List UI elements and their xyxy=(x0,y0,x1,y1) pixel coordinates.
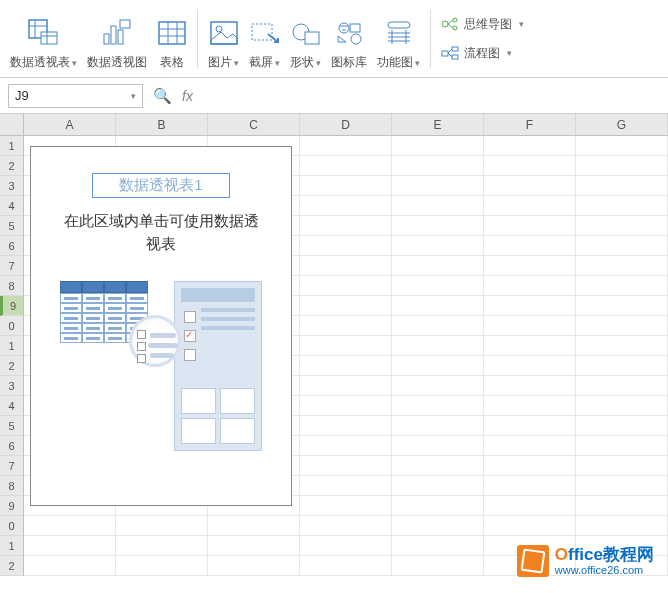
cell[interactable] xyxy=(392,296,484,316)
cell[interactable] xyxy=(300,256,392,276)
cell[interactable] xyxy=(300,316,392,336)
cell[interactable] xyxy=(392,176,484,196)
cell[interactable] xyxy=(392,396,484,416)
cell[interactable] xyxy=(300,436,392,456)
cell[interactable] xyxy=(484,176,576,196)
cell[interactable] xyxy=(392,316,484,336)
cell[interactable] xyxy=(300,376,392,396)
row-header[interactable]: 3 xyxy=(0,376,24,396)
cell[interactable] xyxy=(576,176,668,196)
cell[interactable] xyxy=(576,156,668,176)
col-header[interactable]: B xyxy=(116,114,208,136)
cell[interactable] xyxy=(576,256,668,276)
cell[interactable] xyxy=(116,516,208,536)
cell[interactable] xyxy=(24,536,116,556)
cell[interactable] xyxy=(484,456,576,476)
cell[interactable] xyxy=(300,556,392,576)
cell[interactable] xyxy=(392,436,484,456)
col-header[interactable]: C xyxy=(208,114,300,136)
cell[interactable] xyxy=(484,236,576,256)
cell[interactable] xyxy=(300,216,392,236)
cell[interactable] xyxy=(576,496,668,516)
cell[interactable] xyxy=(208,556,300,576)
cell[interactable] xyxy=(300,476,392,496)
row-header[interactable]: 8 xyxy=(0,476,24,496)
name-box[interactable]: J9 ▾ xyxy=(8,84,143,108)
fx-label[interactable]: fx xyxy=(182,88,193,104)
row-header[interactable]: 2 xyxy=(0,156,24,176)
cell[interactable] xyxy=(300,276,392,296)
col-header[interactable]: D xyxy=(300,114,392,136)
cell[interactable] xyxy=(484,496,576,516)
row-header[interactable]: 7 xyxy=(0,456,24,476)
cell[interactable] xyxy=(484,296,576,316)
row-header[interactable]: 2 xyxy=(0,356,24,376)
row-header[interactable]: 2 xyxy=(0,556,24,576)
cell[interactable] xyxy=(392,196,484,216)
cell[interactable] xyxy=(484,396,576,416)
cell[interactable] xyxy=(576,196,668,216)
cell[interactable] xyxy=(576,436,668,456)
cell[interactable] xyxy=(392,536,484,556)
picture-button[interactable]: 图片▾ xyxy=(204,4,243,73)
cell[interactable] xyxy=(392,216,484,236)
cell[interactable] xyxy=(116,536,208,556)
cell[interactable] xyxy=(484,256,576,276)
row-header[interactable]: 7 xyxy=(0,256,24,276)
cell[interactable] xyxy=(300,456,392,476)
row-header[interactable]: 4 xyxy=(0,196,24,216)
cell[interactable] xyxy=(392,276,484,296)
cell[interactable] xyxy=(392,376,484,396)
cell[interactable] xyxy=(300,356,392,376)
cell[interactable] xyxy=(576,376,668,396)
row-header[interactable]: 6 xyxy=(0,436,24,456)
select-all-corner[interactable] xyxy=(0,114,24,136)
col-header[interactable]: F xyxy=(484,114,576,136)
cell[interactable] xyxy=(392,516,484,536)
cell[interactable] xyxy=(300,196,392,216)
cell[interactable] xyxy=(576,136,668,156)
cell[interactable] xyxy=(576,276,668,296)
cell[interactable] xyxy=(484,136,576,156)
mindmap-button[interactable]: 思维导图▾ xyxy=(441,16,524,33)
cell[interactable] xyxy=(208,516,300,536)
flowchart-button[interactable]: 流程图▾ xyxy=(441,45,524,62)
col-header[interactable]: A xyxy=(24,114,116,136)
cell[interactable] xyxy=(484,336,576,356)
cell[interactable] xyxy=(484,436,576,456)
cell[interactable] xyxy=(576,416,668,436)
cell[interactable] xyxy=(576,296,668,316)
function-chart-button[interactable]: 功能图▾ xyxy=(373,4,424,73)
row-header[interactable]: 0 xyxy=(0,516,24,536)
search-icon[interactable]: 🔍 xyxy=(153,87,172,105)
cell[interactable] xyxy=(24,516,116,536)
cell[interactable] xyxy=(484,356,576,376)
cell[interactable] xyxy=(392,496,484,516)
row-header[interactable]: 5 xyxy=(0,216,24,236)
cell[interactable] xyxy=(392,256,484,276)
cell[interactable] xyxy=(392,416,484,436)
cell[interactable] xyxy=(300,496,392,516)
cell[interactable] xyxy=(576,456,668,476)
cell[interactable] xyxy=(392,476,484,496)
cell[interactable] xyxy=(576,396,668,416)
cell[interactable] xyxy=(484,376,576,396)
cell[interactable] xyxy=(392,456,484,476)
row-header[interactable]: 1 xyxy=(0,136,24,156)
row-header[interactable]: 3 xyxy=(0,176,24,196)
shapes-button[interactable]: 形状▾ xyxy=(286,4,325,73)
cell[interactable] xyxy=(300,176,392,196)
screenshot-button[interactable]: 截屏▾ xyxy=(245,4,284,73)
cell[interactable] xyxy=(300,396,392,416)
cell[interactable] xyxy=(484,156,576,176)
cell[interactable] xyxy=(208,536,300,556)
cell[interactable] xyxy=(392,356,484,376)
cell[interactable] xyxy=(24,556,116,576)
row-header[interactable]: 5 xyxy=(0,416,24,436)
row-header[interactable]: 8 xyxy=(0,276,24,296)
cell[interactable] xyxy=(484,316,576,336)
pivot-table-placeholder[interactable]: 数据透视表1 在此区域内单击可使用数据透视表 xyxy=(30,146,292,506)
cell[interactable] xyxy=(392,336,484,356)
row-header[interactable]: 6 xyxy=(0,236,24,256)
cell[interactable] xyxy=(576,316,668,336)
